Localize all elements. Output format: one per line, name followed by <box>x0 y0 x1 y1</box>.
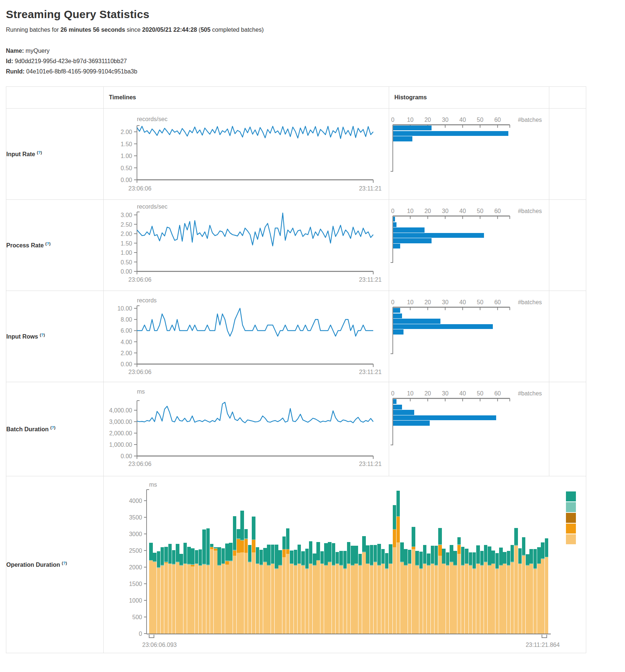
batch-duration-histogram-chart: 0102030405060#batches <box>389 382 549 476</box>
summary-prefix: Running batches for <box>6 27 61 33</box>
row-label-input-rate: Input Rate (?) <box>6 109 104 200</box>
svg-text:40: 40 <box>459 390 466 397</box>
svg-text:10: 10 <box>407 117 414 123</box>
input-rate-help-icon[interactable]: (?) <box>37 150 42 155</box>
svg-text:10.00: 10.00 <box>117 305 132 312</box>
query-runid-value: 04e101e6-8bf8-4165-9099-9104c951ba3b <box>26 68 137 75</box>
svg-text:23:11:21: 23:11:21 <box>359 369 381 375</box>
svg-text:30: 30 <box>442 208 449 214</box>
batch-duration-timeline-chart: ms4,000.003,000.002,000.001,000.000.0023… <box>104 382 388 476</box>
svg-text:40: 40 <box>459 117 466 123</box>
process-rate-timeline-chart: records/sec3.002.502.001.501.000.500.002… <box>104 200 388 291</box>
query-name-value: myQuery <box>25 48 49 54</box>
svg-text:20: 20 <box>425 299 431 305</box>
svg-text:2.50: 2.50 <box>121 222 132 228</box>
header-empty-cell-right <box>549 87 586 109</box>
svg-text:500: 500 <box>132 614 142 620</box>
statistics-table: Timelines Histograms Input Rate (?) reco… <box>6 86 586 653</box>
row-label-batch-duration: Batch Duration (?) <box>6 382 104 476</box>
svg-text:records: records <box>137 297 157 304</box>
running-duration: 26 minutes 56 seconds <box>61 27 125 33</box>
svg-text:60: 60 <box>494 117 501 123</box>
svg-text:40: 40 <box>459 299 466 305</box>
svg-text:3500: 3500 <box>129 514 142 521</box>
svg-text:20: 20 <box>425 117 431 123</box>
row-label-input-rows: Input Rows (?) <box>6 291 104 382</box>
header-timelines: Timelines <box>104 87 389 109</box>
table-row-process-rate: Process Rate (?) records/sec3.002.502.00… <box>6 200 586 291</box>
svg-text:0.00: 0.00 <box>121 361 132 367</box>
svg-text:2000: 2000 <box>129 564 142 570</box>
header-histograms: Histograms <box>389 87 549 109</box>
summary-suffix: completed batches) <box>210 27 264 33</box>
svg-text:ms: ms <box>149 481 157 488</box>
svg-text:30: 30 <box>442 390 449 397</box>
query-id-value: 9d0dd219-995d-423e-b97d-36931110bb27 <box>15 58 127 64</box>
svg-text:#batches: #batches <box>518 299 542 305</box>
svg-text:1.50: 1.50 <box>121 141 132 147</box>
query-runid-label: RunId: <box>6 68 25 75</box>
svg-text:50: 50 <box>477 390 484 397</box>
svg-text:50: 50 <box>477 299 484 305</box>
svg-text:1.00: 1.00 <box>121 153 132 159</box>
svg-text:ms: ms <box>137 388 145 395</box>
svg-text:23:06:06: 23:06:06 <box>128 277 151 283</box>
header-empty-cell <box>6 87 104 109</box>
row-label-operation-duration: Operation Duration (?) <box>6 476 104 653</box>
svg-text:0.00: 0.00 <box>121 268 132 275</box>
svg-text:60: 60 <box>494 390 501 397</box>
svg-text:23:06:06.093: 23:06:06.093 <box>142 642 177 648</box>
svg-text:1,000.00: 1,000.00 <box>109 442 132 448</box>
input-rows-help-icon[interactable]: (?) <box>40 333 45 337</box>
query-id-label: Id: <box>6 58 13 64</box>
table-row-input-rows: Input Rows (?) records10.008.006.004.002… <box>6 291 586 382</box>
summary-middle: since <box>125 27 142 33</box>
svg-text:4.00: 4.00 <box>121 339 132 345</box>
svg-text:20: 20 <box>425 208 431 214</box>
svg-text:2.00: 2.00 <box>121 129 132 135</box>
input-rows-histogram-chart: 0102030405060#batches <box>389 291 549 382</box>
svg-text:records/sec: records/sec <box>137 116 168 122</box>
svg-text:10: 10 <box>407 390 414 397</box>
batch-duration-help-icon[interactable]: (?) <box>50 425 55 430</box>
svg-text:2500: 2500 <box>129 548 142 554</box>
svg-text:4,000.00: 4,000.00 <box>109 407 132 414</box>
svg-text:records/sec: records/sec <box>137 203 168 210</box>
svg-text:0: 0 <box>139 631 142 637</box>
row-label-process-rate: Process Rate (?) <box>6 200 104 291</box>
svg-text:23:11:21: 23:11:21 <box>359 461 381 467</box>
input-rate-timeline-chart: records/sec2.001.501.000.500.0023:06:062… <box>104 109 388 199</box>
empty-cell <box>549 291 586 382</box>
process-rate-help-icon[interactable]: (?) <box>45 241 51 246</box>
table-row-batch-duration: Batch Duration (?) ms4,000.003,000.002,0… <box>6 382 586 476</box>
svg-text:0: 0 <box>391 117 395 123</box>
svg-text:23:06:06: 23:06:06 <box>128 369 151 375</box>
operation-duration-help-icon[interactable]: (?) <box>62 561 67 565</box>
svg-text:#batches: #batches <box>518 208 542 214</box>
svg-text:1000: 1000 <box>129 597 142 604</box>
operation-duration-stacked-chart: ms4000350030002500200015001000500023:06:… <box>104 476 586 653</box>
svg-text:#batches: #batches <box>518 390 542 397</box>
query-metadata: Name: myQuery Id: 9d0dd219-995d-423e-b97… <box>6 46 619 77</box>
svg-text:2.00: 2.00 <box>121 231 132 237</box>
table-row-input-rate: Input Rate (?) records/sec2.001.501.000.… <box>6 109 586 200</box>
svg-text:4000: 4000 <box>129 498 142 504</box>
svg-text:2.00: 2.00 <box>121 350 132 356</box>
svg-text:23:06:06: 23:06:06 <box>128 185 151 192</box>
svg-text:1.00: 1.00 <box>121 250 132 256</box>
query-id-line: Id: 9d0dd219-995d-423e-b97d-36931110bb27 <box>6 56 619 66</box>
svg-text:2,000.00: 2,000.00 <box>109 430 132 436</box>
start-timestamp: 2020/05/21 22:44:28 <box>142 27 197 33</box>
svg-text:60: 60 <box>494 208 501 214</box>
running-batches-summary: Running batches for 26 minutes 56 second… <box>6 27 619 33</box>
svg-text:#batches: #batches <box>518 117 542 123</box>
svg-text:30: 30 <box>442 117 449 123</box>
svg-text:23:11:21: 23:11:21 <box>359 185 381 192</box>
svg-text:0: 0 <box>391 208 395 214</box>
table-header-row: Timelines Histograms <box>6 87 586 109</box>
table-row-operation-duration: Operation Duration (?) ms400035003000250… <box>6 476 586 653</box>
svg-text:30: 30 <box>442 299 449 305</box>
svg-text:0.00: 0.00 <box>121 177 132 183</box>
svg-text:3.00: 3.00 <box>121 212 132 218</box>
query-runid-line: RunId: 04e101e6-8bf8-4165-9099-9104c951b… <box>6 66 619 77</box>
